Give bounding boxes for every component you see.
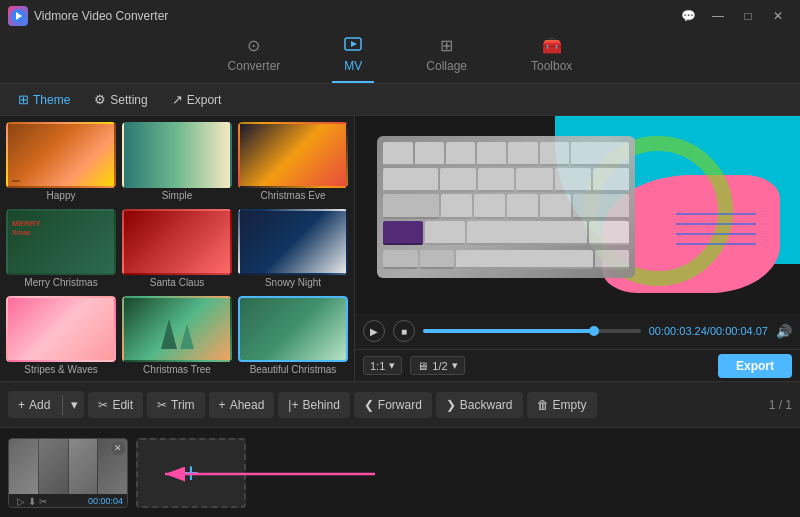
- zoom-ratio-select[interactable]: 1:1 ▾: [363, 356, 402, 375]
- add-dropdown-button[interactable]: ▾: [65, 391, 84, 418]
- theme-icon: ⊞: [18, 92, 29, 107]
- minimize-button[interactable]: —: [704, 6, 732, 26]
- add-button-group: + Add ▾: [8, 391, 84, 418]
- tab-mv-label: MV: [344, 59, 362, 73]
- theme-label-santa: Santa Claus: [122, 275, 232, 290]
- video-preview: [355, 116, 800, 313]
- chat-button[interactable]: 💬: [674, 6, 702, 26]
- close-button[interactable]: ✕: [764, 6, 792, 26]
- theme-thumb-snowy: [238, 209, 348, 275]
- tab-collage-label: Collage: [426, 59, 467, 73]
- timeline-add-icon: +: [183, 457, 199, 489]
- export-icon: ↗: [172, 92, 183, 107]
- theme-thumb-simple: [122, 122, 232, 188]
- display-icon: 🖥: [417, 360, 428, 372]
- converter-icon: ⊙: [247, 36, 260, 55]
- tab-toolbox-label: Toolbox: [531, 59, 572, 73]
- theme-item-stripes-waves[interactable]: Stripes & Waves: [6, 296, 116, 377]
- zoom-chevron-icon: ▾: [389, 359, 395, 372]
- page-indicator: 1 / 1: [769, 398, 792, 412]
- timeline: ▷ ⬇ ✂ 00:00:04 ✕ +: [0, 427, 800, 517]
- export-toolbar-button[interactable]: ↗ Export: [162, 88, 232, 111]
- ahead-icon: +: [219, 398, 226, 412]
- backward-icon: ❯: [446, 398, 456, 412]
- theme-item-beautiful-christmas[interactable]: Beautiful Christmas: [238, 296, 348, 377]
- timeline-clip-1[interactable]: ▷ ⬇ ✂ 00:00:04 ✕: [8, 438, 128, 508]
- trim-button[interactable]: ✂ Trim: [147, 392, 205, 418]
- theme-item-santa-claus[interactable]: Santa Claus: [122, 209, 232, 290]
- nav-tabs: ⊙ Converter MV ⊞ Collage 🧰 Toolbox: [0, 32, 800, 84]
- theme-item-snowy-night[interactable]: Snowy Night: [238, 209, 348, 290]
- collage-icon: ⊞: [440, 36, 453, 55]
- display-ratio-select[interactable]: 🖥 1/2 ▾: [410, 356, 464, 375]
- behind-button[interactable]: |+ Behind: [278, 392, 350, 418]
- empty-button[interactable]: 🗑 Empty: [527, 392, 597, 418]
- theme-label-ctree: Christmas Tree: [122, 362, 232, 377]
- theme-item-christmas-tree[interactable]: Christmas Tree: [122, 296, 232, 377]
- setting-icon: ⚙: [94, 92, 106, 107]
- theme-item-simple[interactable]: Simple: [122, 122, 232, 203]
- ahead-button[interactable]: + Ahead: [209, 392, 275, 418]
- edit-icon: ✂: [98, 398, 108, 412]
- maximize-button[interactable]: □: [734, 6, 762, 26]
- theme-button[interactable]: ⊞ Theme: [8, 88, 80, 111]
- svg-marker-3: [351, 41, 357, 47]
- timeline-add-button[interactable]: +: [136, 438, 246, 508]
- theme-thumb-happy: [6, 122, 116, 188]
- video-frame: [355, 116, 800, 313]
- titlebar: Vidmore Video Converter 💬 — □ ✕: [0, 0, 800, 32]
- audio-clip-icon: ⬇: [28, 496, 36, 507]
- theme-panel: Happy Simple Christmas Eve MERRY Xmas: [0, 116, 355, 381]
- setting-button[interactable]: ⚙ Setting: [84, 88, 157, 111]
- display-chevron-icon: ▾: [452, 359, 458, 372]
- tab-toolbox[interactable]: 🧰 Toolbox: [519, 30, 584, 83]
- export-video-button[interactable]: Export: [718, 354, 792, 378]
- titlebar-controls: 💬 — □ ✕: [674, 6, 792, 26]
- volume-icon[interactable]: 🔊: [776, 324, 792, 339]
- play-clip-icon: ▷: [17, 496, 25, 507]
- clip-time: 00:00:04: [88, 496, 123, 506]
- tab-collage[interactable]: ⊞ Collage: [414, 30, 479, 83]
- video-panel: ▶ ■ 00:00:03.24/00:00:04.07 🔊 1:1 ▾ 🖥 1/…: [355, 116, 800, 381]
- theme-label-happy: Happy: [6, 188, 116, 203]
- theme-thumb-bchristmas: [238, 296, 348, 362]
- play-button[interactable]: ▶: [363, 320, 385, 342]
- theme-thumb-merry: MERRY Xmas: [6, 209, 116, 275]
- tab-mv[interactable]: MV: [332, 31, 374, 83]
- titlebar-left: Vidmore Video Converter: [8, 6, 168, 26]
- tab-converter[interactable]: ⊙ Converter: [216, 30, 293, 83]
- progress-bar[interactable]: [423, 329, 641, 333]
- theme-item-happy[interactable]: Happy: [6, 122, 116, 203]
- edit-button[interactable]: ✂ Edit: [88, 392, 143, 418]
- theme-label-xmas-eve: Christmas Eve: [238, 188, 348, 203]
- progress-fill: [423, 329, 595, 333]
- theme-item-christmas-eve[interactable]: Christmas Eve: [238, 122, 348, 203]
- time-display: 00:00:03.24/00:00:04.07: [649, 325, 768, 337]
- backward-button[interactable]: ❯ Backward: [436, 392, 523, 418]
- clip-info-bar: ▷ ⬇ ✂ 00:00:04: [9, 494, 127, 508]
- theme-label-simple: Simple: [122, 188, 232, 203]
- add-split: [62, 395, 63, 415]
- trim-icon: ✂: [157, 398, 167, 412]
- theme-label-merry: Merry Christmas: [6, 275, 116, 290]
- theme-label-bchristmas: Beautiful Christmas: [238, 362, 348, 377]
- theme-thumb-santa: [122, 209, 232, 275]
- toolbar-row: ⊞ Theme ⚙ Setting ↗ Export: [0, 84, 800, 116]
- app-icon: [8, 6, 28, 26]
- video-controls: ▶ ■ 00:00:03.24/00:00:04.07 🔊: [355, 313, 800, 349]
- theme-thumb-stripes: [6, 296, 116, 362]
- mv-icon: [344, 37, 362, 55]
- stop-button[interactable]: ■: [393, 320, 415, 342]
- add-icon: +: [18, 398, 25, 412]
- app-title: Vidmore Video Converter: [34, 9, 168, 23]
- forward-button[interactable]: ❮ Forward: [354, 392, 432, 418]
- clip-close-button[interactable]: ✕: [111, 441, 125, 455]
- tab-converter-label: Converter: [228, 59, 281, 73]
- zoom-controls: 1:1 ▾ 🖥 1/2 ▾ Export: [355, 349, 800, 381]
- clip-thumbnail: [9, 439, 127, 494]
- add-button[interactable]: + Add: [8, 392, 60, 418]
- theme-item-merry-christmas[interactable]: MERRY Xmas Merry Christmas: [6, 209, 116, 290]
- theme-thumb-ctree: [122, 296, 232, 362]
- behind-icon: |+: [288, 398, 298, 412]
- forward-icon: ❮: [364, 398, 374, 412]
